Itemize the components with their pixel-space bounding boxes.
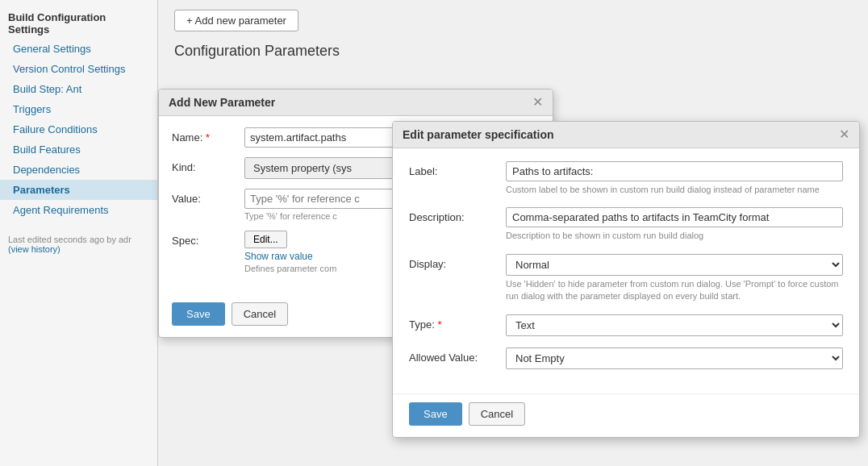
- name-label: Name: *: [172, 127, 244, 144]
- spec-display-group: Normal Hidden Prompt Use 'Hidden' to hid…: [506, 254, 843, 303]
- spec-label-input[interactable]: [506, 161, 843, 181]
- spec-display-select[interactable]: Normal Hidden Prompt: [506, 254, 843, 276]
- spec-display-hint: Use 'Hidden' to hide parameter from cust…: [506, 278, 843, 303]
- dialog-spec-header: Edit parameter specification ✕: [393, 122, 859, 148]
- dialog-spec-save-button[interactable]: Save: [409, 402, 462, 426]
- dialog-spec-title: Edit parameter specification: [403, 128, 554, 141]
- dialog-add-header: Add New Parameter ✕: [159, 89, 553, 116]
- spec-type-required-indicator: *: [437, 318, 441, 331]
- sidebar-item-dependencies[interactable]: Dependencies: [0, 160, 157, 180]
- sidebar-footer: Last edited seconds ago by adr (view his…: [0, 227, 157, 262]
- dialog-add-cancel-button[interactable]: Cancel: [232, 302, 288, 326]
- spec-allowed-value-group: Not Empty Empty Any: [506, 347, 843, 369]
- spec-label-label: Label:: [409, 161, 506, 177]
- sidebar-footer-history-link[interactable]: (view history): [8, 244, 61, 254]
- spec-allowed-value-row: Allowed Value: Not Empty Empty Any: [409, 347, 843, 369]
- sidebar-item-triggers[interactable]: Triggers: [0, 99, 157, 119]
- sidebar-item-failure-conditions[interactable]: Failure Conditions: [0, 119, 157, 139]
- sidebar-item-build-step-ant[interactable]: Build Step: Ant: [0, 79, 157, 99]
- spec-label: Spec:: [172, 231, 244, 247]
- spec-display-row: Display: Normal Hidden Prompt Use 'Hidde…: [409, 254, 843, 303]
- sidebar-item-agent-requirements[interactable]: Agent Requirements: [0, 200, 157, 220]
- spec-description-group: Description to be shown in custom run bu…: [506, 207, 843, 242]
- sidebar-item-build-features[interactable]: Build Features: [0, 139, 157, 160]
- add-new-parameter-button[interactable]: + Add new parameter: [174, 10, 298, 31]
- kind-label: Kind:: [172, 157, 244, 173]
- spec-description-row: Description: Description to be shown in …: [409, 207, 843, 242]
- spec-type-select[interactable]: Text Password Checkbox Select Label: [506, 314, 843, 336]
- sidebar-item-general-settings[interactable]: General Settings: [0, 39, 157, 59]
- dialog-spec-footer: Save Cancel: [393, 393, 859, 437]
- page-title: Configuration Parameters: [174, 43, 852, 60]
- dialog-add-save-button[interactable]: Save: [172, 302, 225, 326]
- spec-description-label: Description:: [409, 207, 506, 223]
- spec-allowed-value-select[interactable]: Not Empty Empty Any: [506, 347, 843, 369]
- spec-label-row: Label: Custom label to be shown in custo…: [409, 161, 843, 196]
- spec-description-hint: Description to be shown in custom run bu…: [506, 230, 843, 242]
- dialog-spec-close-button[interactable]: ✕: [839, 128, 849, 141]
- spec-type-row: Type: * Text Password Checkbox Select La…: [409, 314, 843, 336]
- spec-display-label: Display:: [409, 254, 506, 270]
- dialog-edit-spec: Edit parameter specification ✕ Label: Cu…: [392, 121, 860, 438]
- value-label: Value:: [172, 189, 244, 205]
- sidebar-item-parameters[interactable]: Parameters: [0, 180, 157, 200]
- dialog-add-title: Add New Parameter: [169, 96, 275, 109]
- spec-label-hint: Custom label to be shown in custom run b…: [506, 184, 843, 196]
- dialog-spec-cancel-button[interactable]: Cancel: [469, 402, 525, 426]
- sidebar-title: Build Configuration Settings: [0, 6, 157, 39]
- dialog-add-close-button[interactable]: ✕: [532, 96, 543, 109]
- sidebar-item-version-control-settings[interactable]: Version Control Settings: [0, 59, 157, 79]
- spec-edit-button[interactable]: Edit...: [244, 231, 287, 248]
- spec-type-label: Type: *: [409, 314, 506, 331]
- spec-label-group: Custom label to be shown in custom run b…: [506, 161, 843, 196]
- name-required-indicator: *: [206, 131, 210, 144]
- spec-description-input[interactable]: [506, 207, 843, 227]
- dialog-spec-body: Label: Custom label to be shown in custo…: [393, 148, 859, 393]
- sidebar: Build Configuration Settings General Set…: [0, 0, 158, 466]
- spec-type-group: Text Password Checkbox Select Label: [506, 314, 843, 336]
- spec-allowed-value-label: Allowed Value:: [409, 347, 506, 364]
- sidebar-footer-text: Last edited seconds ago by adr: [8, 235, 131, 244]
